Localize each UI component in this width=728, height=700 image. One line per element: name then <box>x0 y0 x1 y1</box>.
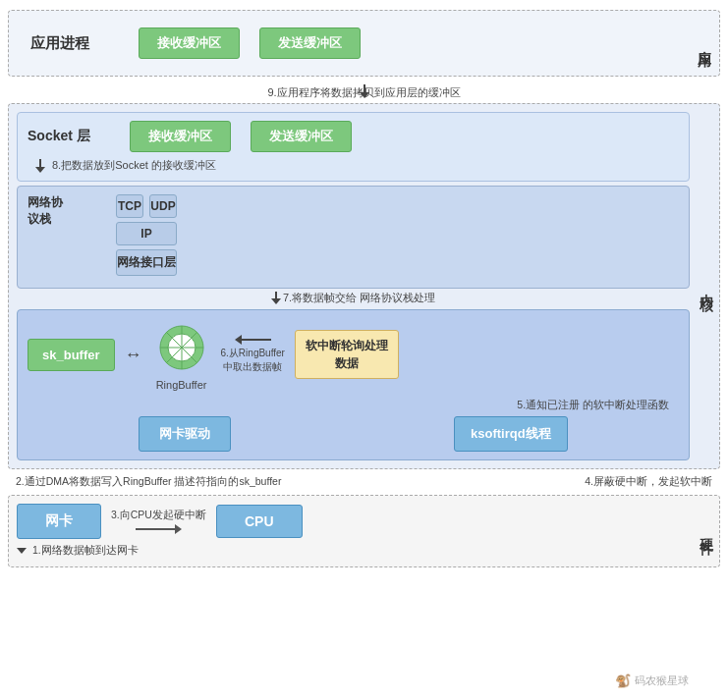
protocol-layer: 网络协议栈 TCP UDP IP 网络接口层 <box>17 186 690 289</box>
step5-area: 5.通知已注册 的软中断处理函数 <box>28 399 669 412</box>
step5-label: 5.通知已注册 的软中断处理函数 <box>517 399 669 412</box>
hw-inner: 网卡 3.向CPU发起硬中断 CPU <box>17 504 690 539</box>
driver-section: sk_buffer ↔ RingBuffer <box>17 309 690 460</box>
hw-side-label: 硬件 <box>698 527 715 535</box>
udp-box: UDP <box>149 194 177 218</box>
hw-section: 硬件 网卡 3.向CPU发起硬中断 CPU 1.网络数据帧到达网卡 <box>8 495 720 567</box>
app-section: 应用进程 接收缓冲区 发送缓冲区 应用 <box>8 10 720 77</box>
ip-box: IP <box>116 222 177 245</box>
nic-box: 网卡 <box>17 504 101 539</box>
netif-box: 网络接口层 <box>116 249 177 276</box>
watermark-text: 码农猴星球 <box>635 673 689 688</box>
watermark-icon: 🐒 <box>615 673 631 688</box>
ringbuffer-svg <box>152 318 211 377</box>
tcp-udp-row: TCP UDP <box>116 194 177 218</box>
app-inner: 应用进程 接收缓冲区 发送缓冲区 <box>30 27 361 59</box>
protocol-stack: TCP UDP IP 网络接口层 <box>116 194 177 280</box>
step1-label: 1.网络数据帧到达网卡 <box>28 543 142 559</box>
step8-area: 8.把数据放到Socket 的接收缓冲区 <box>28 156 679 175</box>
watermark: 🐒 码农猴星球 <box>615 673 689 688</box>
step1-area: 1.网络数据帧到达网卡 <box>17 543 690 559</box>
step6-label: 6.从RingBuffer 中取出数据帧 <box>221 347 285 374</box>
lr-arrow: ↔ <box>125 345 142 365</box>
app-recv-buf: 接收缓冲区 <box>139 27 240 59</box>
driver-bottom: 网卡驱动 ksoftirqd线程 <box>28 416 679 452</box>
softirq-box: 软中断轮询处理 数据 <box>295 330 399 379</box>
kernel-section: 内核 Socket 层 接收缓冲区 发送缓冲区 8.把数据放到Socket 的接… <box>8 103 720 469</box>
step3-label: 3.向CPU发起硬中断 <box>111 509 206 522</box>
tcp-box: TCP <box>116 194 143 218</box>
kernel-label: 内核 <box>698 283 715 291</box>
protocol-title: 网络协议栈 <box>28 194 67 275</box>
step2-label: 2.通过DMA将数据写入RingBuffer 描述符指向的sk_buffer <box>16 475 281 489</box>
ksoftirqd-box: ksoftirqd线程 <box>454 416 568 452</box>
ringbuffer-area: RingBuffer <box>152 318 211 391</box>
softirq-label: 软中断轮询处理 数据 <box>306 339 388 370</box>
ip-row: IP <box>116 222 177 245</box>
step4-label: 4.屏蔽硬中断，发起软中断 <box>585 475 712 489</box>
horiz-arrow <box>136 524 182 534</box>
nic-driver-box: 网卡驱动 <box>139 416 231 452</box>
app-process-label: 应用进程 <box>30 34 89 53</box>
socket-send-buf: 发送缓冲区 <box>251 121 352 152</box>
main-container: 应用进程 接收缓冲区 发送缓冲区 应用 9.应用程序将数据拷贝到应用层的缓冲区 … <box>0 0 728 700</box>
netif-row: 网络接口层 <box>116 249 177 276</box>
app-side-label: 应用 <box>696 39 713 47</box>
socket-layer: Socket 层 接收缓冲区 发送缓冲区 8.把数据放到Socket 的接收缓冲… <box>17 112 690 182</box>
step7-label: 7.将数据帧交给 网络协议栈处理 <box>283 291 435 305</box>
socket-recv-buf: 接收缓冲区 <box>130 121 231 152</box>
socket-header: Socket 层 接收缓冲区 发送缓冲区 <box>28 121 679 152</box>
step2-4-area: 2.通过DMA将数据写入RingBuffer 描述符指向的sk_buffer 4… <box>8 473 720 491</box>
step7-area: 7.将数据帧交给 网络协议栈处理 <box>17 291 690 305</box>
cpu-box: CPU <box>216 505 303 538</box>
driver-inner-top: sk_buffer ↔ RingBuffer <box>28 318 679 391</box>
step8-label: 8.把数据放到Socket 的接收缓冲区 <box>52 158 216 173</box>
app-send-buf: 发送缓冲区 <box>259 27 361 59</box>
sk-buffer-box: sk_buffer <box>28 339 115 371</box>
ringbuffer-label: RingBuffer <box>156 379 207 391</box>
socket-label: Socket 层 <box>28 128 90 145</box>
